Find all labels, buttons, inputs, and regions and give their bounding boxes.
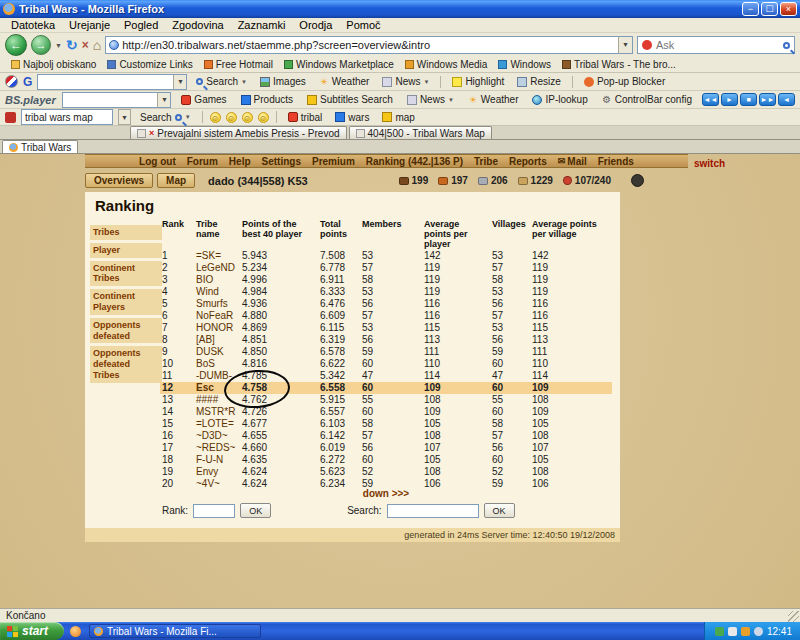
- combo-dropdown-icon[interactable]: ▼: [173, 75, 186, 89]
- player-village-label[interactable]: dado (344|558) K53: [208, 175, 308, 187]
- bookmark-item[interactable]: Tribal Wars - The bro...: [557, 59, 681, 70]
- smiley-icon[interactable]: ☺: [210, 112, 221, 123]
- tray-update-icon[interactable]: [741, 627, 750, 636]
- bs-iplookup-button[interactable]: IP-lookup: [528, 93, 591, 106]
- game-nav-link[interactable]: Log out: [139, 156, 176, 167]
- popup-blocker-button[interactable]: Pop-up Blocker: [580, 75, 669, 88]
- game-nav-link[interactable]: Ranking (442.|136 P): [366, 156, 463, 167]
- firefox-quicklaunch-icon[interactable]: [70, 626, 81, 637]
- side-menu-item[interactable]: Continent Players: [90, 289, 162, 315]
- cell-tribe-name[interactable]: [AB]: [194, 334, 240, 346]
- tw-search-input[interactable]: tribal wars map: [21, 109, 113, 125]
- bookmark-item[interactable]: Free Hotmail: [199, 59, 278, 70]
- refresh-button[interactable]: ↻: [66, 38, 78, 52]
- taskbar-task-button[interactable]: Tribal Wars - Mozilla Fi...: [89, 624, 261, 638]
- forward-button[interactable]: →: [31, 35, 51, 55]
- cell-tribe-name[interactable]: NoFeaR: [194, 310, 240, 322]
- bs-config-button[interactable]: ⚙ControlBar config: [598, 93, 696, 106]
- tw-tribal-button[interactable]: tribal: [284, 111, 327, 124]
- cell-tribe-name[interactable]: ~D3D~: [194, 430, 240, 442]
- side-menu-item[interactable]: Continent Tribes: [90, 261, 162, 287]
- media-stop-button[interactable]: ■: [740, 93, 757, 106]
- bs-news-button[interactable]: News▼: [403, 93, 458, 106]
- bookmark-item[interactable]: Windows Marketplace: [279, 59, 399, 70]
- url-dropdown[interactable]: ▼: [618, 37, 632, 53]
- cell-tribe-name[interactable]: =SK=: [194, 250, 240, 262]
- game-nav-link[interactable]: Help: [229, 156, 251, 167]
- search-icon[interactable]: [783, 42, 790, 49]
- resize-button[interactable]: Resize: [513, 75, 565, 88]
- google-search-button[interactable]: Search▼: [192, 75, 251, 88]
- bs-products-button[interactable]: Products: [237, 93, 297, 106]
- game-nav-link[interactable]: Friends: [598, 156, 634, 167]
- menu-item[interactable]: Pogled: [117, 19, 165, 31]
- minimize-button[interactable]: −: [742, 2, 759, 16]
- smiley-icon[interactable]: ☺: [226, 112, 237, 123]
- cell-tribe-name[interactable]: Envy: [194, 466, 240, 478]
- profile-icon[interactable]: [631, 174, 644, 187]
- start-button[interactable]: start: [0, 622, 64, 640]
- bsplayer-search-input[interactable]: ▼: [62, 92, 172, 108]
- media-prev-button[interactable]: ◄◄: [702, 93, 719, 106]
- google-weather-button[interactable]: ☀Weather: [315, 75, 374, 88]
- maximize-button[interactable]: ☐: [761, 2, 778, 16]
- menu-item[interactable]: Zgodovina: [165, 19, 230, 31]
- map-button[interactable]: Map: [157, 173, 195, 188]
- menu-item[interactable]: Zaznamki: [231, 19, 293, 31]
- side-menu-item[interactable]: Opponents defeated: [90, 318, 162, 344]
- cell-tribe-name[interactable]: Wind: [194, 286, 240, 298]
- aol-icon[interactable]: [5, 75, 18, 88]
- tab-close-icon[interactable]: ×: [149, 128, 154, 138]
- tab-prevajalni[interactable]: × Prevajalni sistem Amebis Presis - Prev…: [130, 126, 347, 139]
- tab-tribal-wars-map[interactable]: 404|500 - Tribal Wars Map: [349, 126, 492, 139]
- back-button[interactable]: ←: [5, 34, 27, 56]
- game-nav-link[interactable]: Settings: [262, 156, 301, 167]
- bs-games-button[interactable]: Games: [177, 93, 230, 106]
- search-ok-button[interactable]: OK: [484, 503, 515, 518]
- game-nav-link[interactable]: Tribe: [474, 156, 498, 167]
- cell-tribe-name[interactable]: Smurfs: [194, 298, 240, 310]
- url-bar[interactable]: http://en30.tribalwars.net/staemme.php?s…: [105, 36, 633, 54]
- close-button[interactable]: ×: [780, 2, 797, 16]
- combo-dropdown-icon[interactable]: ▼: [157, 93, 170, 107]
- highlight-button[interactable]: Highlight: [448, 75, 508, 88]
- combo-dropdown-icon[interactable]: ▼: [118, 109, 131, 125]
- side-menu-item[interactable]: Player: [90, 243, 162, 258]
- overviews-button[interactable]: Overviews: [85, 173, 153, 188]
- media-mute-button[interactable]: ◄: [778, 93, 795, 106]
- tw-search-button[interactable]: Search▼: [136, 111, 195, 124]
- tw-wars-button[interactable]: wars: [331, 111, 373, 124]
- bs-subtitles-button[interactable]: Subtitles Search: [303, 93, 397, 106]
- bookmark-item[interactable]: Windows Media: [400, 59, 493, 70]
- cell-tribe-name[interactable]: MSTR*R: [194, 406, 240, 418]
- google-images-button[interactable]: Images: [256, 75, 310, 88]
- rank-ok-button[interactable]: OK: [240, 503, 271, 518]
- home-button[interactable]: ⌂: [93, 38, 101, 52]
- tray-app-icon[interactable]: [728, 627, 737, 636]
- game-nav-link[interactable]: ✉Mail: [558, 156, 587, 167]
- bookmark-item[interactable]: Windows: [493, 59, 556, 70]
- smiley-icon[interactable]: ☺: [258, 112, 269, 123]
- game-nav-link[interactable]: Forum: [187, 156, 218, 167]
- cell-tribe-name[interactable]: HONOR: [194, 322, 240, 334]
- resize-grip[interactable]: [788, 611, 799, 622]
- side-menu-item[interactable]: Opponents defeated Tribes: [90, 346, 162, 382]
- cell-tribe-name[interactable]: BIO: [194, 274, 240, 286]
- down-link[interactable]: down >>>: [160, 488, 612, 499]
- media-play-button[interactable]: ►: [721, 93, 738, 106]
- toolbar-logo-icon[interactable]: [5, 112, 16, 123]
- side-menu-item[interactable]: Tribes: [90, 225, 162, 240]
- google-news-button[interactable]: News▼: [378, 75, 433, 88]
- tab-tribal-wars-active[interactable]: Tribal Wars: [2, 140, 78, 153]
- media-next-button[interactable]: ►►: [759, 93, 776, 106]
- cell-tribe-name[interactable]: F-U-N: [194, 454, 240, 466]
- bs-weather-button[interactable]: ☀Weather: [464, 93, 523, 106]
- cell-tribe-name[interactable]: LeGeND: [194, 262, 240, 274]
- tribe-search-input[interactable]: [387, 504, 479, 518]
- cell-tribe-name[interactable]: =LOTE=: [194, 418, 240, 430]
- rank-input[interactable]: [193, 504, 235, 518]
- ask-engine-icon[interactable]: [642, 40, 652, 50]
- bookmark-item[interactable]: Najbolj obiskano: [6, 59, 101, 70]
- switch-link[interactable]: switch: [694, 158, 725, 169]
- history-dropdown-icon[interactable]: ▼: [55, 42, 62, 49]
